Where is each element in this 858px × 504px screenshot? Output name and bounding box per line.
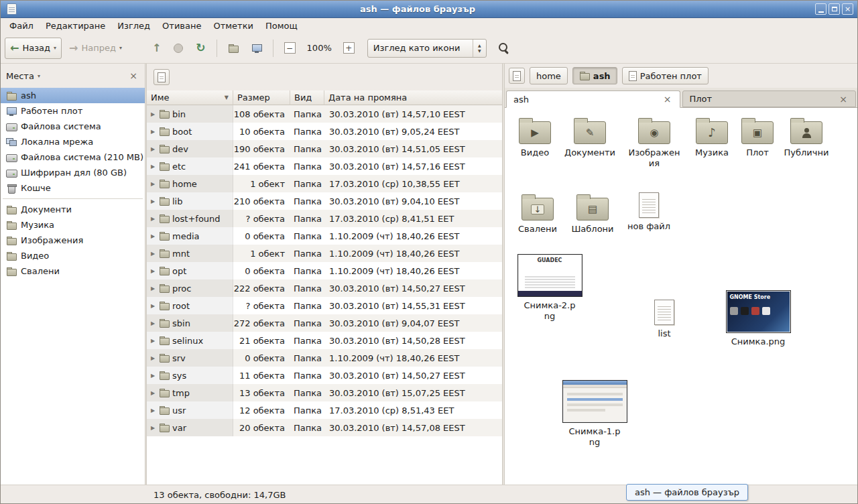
table-row[interactable]: media 0 обекта Папка 1.10.2009 (чт) 18,4…	[147, 227, 502, 245]
sidebar-item[interactable]: Файлова система (210 MB)	[1, 149, 145, 165]
location-root-button[interactable]	[154, 69, 170, 85]
icon-item-public[interactable]: Публични	[778, 117, 835, 158]
table-row[interactable]: tmp 13 обекта Папка 30.03.2010 (вт) 15,0…	[147, 384, 502, 401]
sidebar-item[interactable]: Работен плот	[1, 103, 145, 119]
sidebar-item[interactable]: Шифриран дял (80 GB)	[1, 165, 145, 180]
menu-item[interactable]: Файл	[3, 19, 40, 32]
maximize-button[interactable]	[829, 3, 840, 15]
expander-icon[interactable]	[149, 111, 156, 117]
menu-item[interactable]: Редактиране	[40, 19, 111, 32]
menu-item[interactable]: Отметки	[207, 19, 259, 32]
expander-icon[interactable]	[149, 233, 156, 239]
expander-icon[interactable]	[149, 164, 156, 170]
expander-icon[interactable]	[149, 181, 156, 187]
sidebar-close-button[interactable]: ×	[127, 70, 139, 81]
back-history-caret-icon[interactable]: ▾	[54, 45, 56, 51]
table-row[interactable]: boot 10 обекта Папка 30.03.2010 (вт) 9,0…	[147, 123, 502, 140]
sidebar-mode-caret-icon[interactable]: ▾	[38, 73, 40, 79]
expander-icon[interactable]	[149, 355, 156, 361]
path-button-home[interactable]: home	[530, 67, 568, 84]
expander-icon[interactable]	[149, 268, 156, 274]
menu-item[interactable]: Отиване	[156, 19, 207, 32]
expander-icon[interactable]	[149, 198, 156, 204]
table-row[interactable]: selinux 21 обекта Папка 30.03.2010 (вт) …	[147, 332, 502, 349]
zoom-out-button[interactable]: −	[279, 38, 301, 59]
column-header-size[interactable]: Размер	[233, 90, 290, 105]
minimize-button[interactable]	[815, 3, 826, 15]
table-row[interactable]: mnt 1 обект Папка 1.10.2009 (чт) 18,40,2…	[147, 245, 502, 262]
icon-item-snimka1[interactable]: Снимка-1.png	[561, 380, 628, 447]
table-row[interactable]: srv 0 обекта Папка 1.10.2009 (чт) 18,40,…	[147, 349, 502, 367]
icon-item-snimka2[interactable]: GUADEC Снимка-2.png	[516, 254, 583, 321]
column-header-type[interactable]: Вид	[290, 90, 324, 105]
expander-icon[interactable]	[149, 373, 156, 379]
home-button[interactable]	[223, 38, 244, 59]
column-header-date[interactable]: Дата на промяна	[324, 90, 502, 105]
sidebar-item[interactable]: Изображения	[1, 233, 145, 248]
icon-item-list[interactable]: list	[635, 300, 693, 339]
tab-close-icon[interactable]: ×	[838, 94, 849, 105]
expander-icon[interactable]	[149, 338, 156, 344]
table-row[interactable]: home 1 обект Папка 17.03.2010 (ср) 10,38…	[147, 175, 502, 192]
table-row[interactable]: proc 222 обекта Папка 30.03.2010 (вт) 14…	[147, 279, 502, 297]
icon-item-video[interactable]: Видео	[506, 117, 564, 158]
expander-icon[interactable]	[149, 146, 156, 152]
column-header-name[interactable]: Име ▼	[147, 90, 233, 105]
menu-item[interactable]: Изглед	[111, 19, 156, 32]
tab-close-icon[interactable]: ×	[662, 94, 673, 105]
expander-icon[interactable]	[149, 320, 156, 326]
expander-icon[interactable]	[149, 407, 156, 414]
table-row[interactable]: sys 11 обекта Папка 30.03.2010 (вт) 14,5…	[147, 367, 502, 384]
table-row[interactable]: sbin 272 обекта Папка 30.03.2010 (вт) 9,…	[147, 314, 502, 332]
expander-icon[interactable]	[149, 129, 156, 135]
up-button[interactable]: ↑	[147, 38, 166, 59]
reload-button[interactable]: ↻	[190, 38, 210, 59]
sidebar-item[interactable]: Документи	[1, 202, 145, 217]
expander-icon[interactable]	[149, 390, 156, 396]
titlebar[interactable]: ash — файлов браузър ×	[1, 1, 857, 18]
table-row[interactable]: var 20 обекта Папка 30.03.2010 (вт) 14,5…	[147, 419, 502, 436]
expander-icon[interactable]	[149, 425, 156, 431]
expander-icon[interactable]	[149, 251, 156, 257]
icon-item-new-file[interactable]: нов файл	[620, 192, 678, 232]
tab-ash[interactable]: ash ×	[506, 90, 680, 108]
table-row[interactable]: opt 0 обекта Папка 1.10.2009 (чт) 18,40,…	[147, 262, 502, 279]
expander-icon[interactable]	[149, 303, 156, 309]
computer-button[interactable]	[246, 38, 267, 59]
zoom-in-button[interactable]: +	[338, 38, 360, 59]
table-row[interactable]: lost+found ? обекта Папка 17.03.2010 (ср…	[147, 210, 502, 227]
stop-button[interactable]	[168, 38, 188, 59]
sidebar-item[interactable]: ash	[1, 88, 145, 103]
location-root-button[interactable]	[509, 68, 525, 84]
view-mode-combo[interactable]: Изглед като икони ▲▼	[367, 39, 487, 58]
sidebar-item[interactable]: Кошче	[1, 180, 145, 196]
sidebar-item[interactable]: Музика	[1, 217, 145, 233]
close-button[interactable]: ×	[842, 3, 853, 15]
sidebar-item[interactable]: Файлова система	[1, 119, 145, 134]
sidebar-item[interactable]: Видео	[1, 248, 145, 263]
sidebar-item[interactable]: Локална мрежа	[1, 134, 145, 149]
expander-icon[interactable]	[149, 286, 156, 292]
search-button[interactable]	[494, 38, 514, 58]
sidebar-item[interactable]	[1, 196, 145, 202]
table-row[interactable]: usr 12 обекта Папка 17.03.2010 (ср) 8,51…	[147, 401, 502, 419]
sidebar-item[interactable]: Свалени	[1, 263, 145, 279]
icon-item-snimka[interactable]: GNOME Store Снимка.png	[725, 290, 792, 347]
icon-item-documents[interactable]: Документи	[561, 117, 619, 158]
table-row[interactable]: etc 241 обекта Папка 30.03.2010 (вт) 14,…	[147, 158, 502, 175]
table-row[interactable]: lib 210 обекта Папка 30.03.2010 (вт) 9,0…	[147, 192, 502, 210]
expander-icon[interactable]	[149, 216, 156, 222]
tab-plot[interactable]: Плот ×	[682, 90, 857, 107]
forward-button[interactable]: → Напред ▾	[64, 38, 127, 59]
table-row[interactable]: bin 108 обекта Папка 30.03.2010 (вт) 14,…	[147, 105, 502, 123]
icon-item-templates[interactable]: Шаблони	[564, 194, 621, 235]
icon-item-downloads[interactable]: Свалени	[509, 194, 566, 235]
icon-item-images[interactable]: Изображения	[625, 117, 683, 168]
path-button-ash[interactable]: ash	[572, 67, 617, 84]
table-row[interactable]: dev 190 обекта Папка 30.03.2010 (вт) 14,…	[147, 140, 502, 158]
menu-item[interactable]: Помощ	[259, 19, 304, 32]
table-row[interactable]: root ? обекта Папка 30.03.2010 (вт) 14,5…	[147, 297, 502, 314]
back-button[interactable]: ← Назад ▾	[5, 38, 62, 59]
sidebar-title[interactable]: Места	[6, 71, 34, 81]
path-button-desktop[interactable]: Работен плот	[622, 67, 709, 84]
